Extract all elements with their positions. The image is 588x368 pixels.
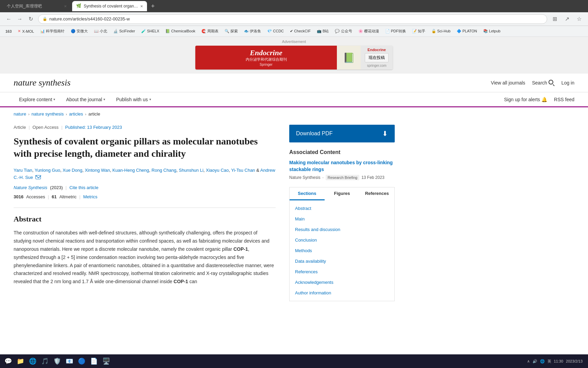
nav-publish[interactable]: Publish with us ▾ bbox=[111, 92, 156, 107]
journal-link[interactable]: Nature Synthesis bbox=[14, 185, 47, 190]
author-xiaoyu-cao[interactable]: Xiaoyu Cao bbox=[206, 168, 229, 173]
bookmark-163[interactable]: 163 bbox=[3, 29, 14, 34]
ad-springer-logo: Springer bbox=[201, 63, 331, 66]
bookmark-chembook[interactable]: 📗 ChemicalBook bbox=[163, 28, 198, 34]
reload-button[interactable]: ↻ bbox=[26, 14, 35, 24]
section-author-info[interactable]: Author information bbox=[290, 288, 394, 298]
ad-red-section: Endocrine 内分泌学和代谢综合期刊 Springer bbox=[195, 46, 337, 70]
login-link[interactable]: Log in bbox=[561, 80, 574, 86]
new-tab-button[interactable]: + bbox=[148, 3, 158, 10]
author-rong-chang[interactable]: Rong Chang bbox=[151, 168, 176, 173]
nature-logo[interactable]: nature synthesis bbox=[14, 78, 70, 88]
advertisement: Advertisement Endocrine 内分泌学和代谢综合期刊 Spri… bbox=[0, 37, 588, 74]
associated-article-link[interactable]: Making molecular nanotubes by cross-link… bbox=[289, 159, 395, 173]
breadcrumb-sep-2: › bbox=[66, 112, 67, 116]
nav-about-journal[interactable]: About the journal ▾ bbox=[61, 92, 111, 107]
top-nav: Explore content ▾ About the journal ▾ Pu… bbox=[0, 92, 588, 107]
section-main[interactable]: Main bbox=[290, 214, 394, 224]
section-references[interactable]: References bbox=[290, 266, 394, 277]
sections-panel: Sections Figures References Abstract Mai… bbox=[289, 187, 395, 301]
bookmark-xiaobei[interactable]: 📖 小北 bbox=[91, 28, 110, 34]
bell-icon: 🔔 bbox=[541, 97, 547, 102]
publish-arrow: ▾ bbox=[149, 97, 151, 101]
sidebar: Download PDF ⬇ Associated Content Making… bbox=[289, 121, 395, 301]
tab-inactive[interactable]: 个人空间_库理理吧 ✕ bbox=[3, 1, 71, 11]
journal-info: Nature Synthesis (2023) | Cite this arti… bbox=[14, 185, 276, 190]
author-yunlong-guo[interactable]: Yunlong Guo bbox=[35, 168, 60, 173]
tab-active[interactable]: 🌿 Synthesis of covalent organic... ✕ bbox=[72, 1, 147, 11]
ad-book-section: 📗 bbox=[337, 46, 361, 70]
tab-active-close[interactable]: ✕ bbox=[140, 4, 143, 8]
bookmark-yiluoyu[interactable]: 🐟 伊洛鱼 bbox=[241, 28, 264, 34]
author-shunshun-li[interactable]: Shunshun Li bbox=[179, 168, 203, 173]
bookmark-anwei[interactable]: 🔵 安微大 bbox=[68, 28, 91, 34]
tab-figures[interactable]: Figures bbox=[325, 187, 360, 200]
signup-alerts-link[interactable]: Sign up for alerts 🔔 bbox=[504, 97, 547, 102]
bookmark-shelx[interactable]: 🧪 SHELX bbox=[138, 28, 162, 34]
separator: · bbox=[322, 175, 323, 180]
metrics-link[interactable]: Metrics bbox=[83, 194, 97, 199]
cite-this-article-link[interactable]: Cite this article bbox=[69, 185, 98, 190]
section-data-availability[interactable]: Data availability bbox=[290, 256, 394, 266]
breadcrumb-articles[interactable]: articles bbox=[69, 111, 83, 117]
tab-references[interactable]: References bbox=[359, 187, 394, 200]
forward-button[interactable]: → bbox=[15, 14, 24, 24]
article-meta: Article | Open Access | Published: 13 Fe… bbox=[14, 121, 276, 130]
bookmark-xmol[interactable]: ✕ X-MOL bbox=[15, 28, 37, 34]
back-button[interactable]: ← bbox=[4, 14, 14, 24]
article-metrics: 3016 Accesses | 61 Altmetric | Metrics bbox=[14, 194, 276, 199]
bookmark-gongzhonghao[interactable]: 💬 公众号 bbox=[332, 28, 355, 34]
author-yaru-tian[interactable]: Yaru Tian bbox=[14, 168, 32, 173]
view-all-journals-link[interactable]: View all journals bbox=[491, 80, 525, 86]
nav-explore-content[interactable]: Explore content ▾ bbox=[14, 92, 61, 107]
tab-inactive-label: 个人空间_库理理吧 bbox=[7, 3, 42, 9]
translate-button[interactable]: ⊞ bbox=[550, 14, 559, 24]
author-xintong-wan[interactable]: Xintong Wan bbox=[85, 168, 110, 173]
associated-journal: Nature Synthesis bbox=[289, 175, 320, 180]
bookmark-platon[interactable]: 🔷 PLATON bbox=[454, 28, 480, 34]
bookmark-bilibili[interactable]: 📺 B站 bbox=[314, 28, 331, 34]
breadcrumb: nature › nature synthesis › articles › a… bbox=[0, 107, 588, 121]
author-kuan-heng-cheng[interactable]: Kuan-Heng Cheng bbox=[112, 168, 149, 173]
bookmark-scihub[interactable]: 🔓 Sci-Hub bbox=[429, 28, 453, 34]
bookmark-zhihu[interactable]: 📝 知乎 bbox=[409, 28, 428, 34]
share-button[interactable]: ↗ bbox=[562, 14, 572, 24]
top-nav-right: Sign up for alerts 🔔 RSS feed bbox=[504, 97, 574, 102]
cop1-term: COP-1 bbox=[233, 246, 248, 252]
search-button[interactable]: Search bbox=[532, 80, 554, 86]
open-access-label: Open Access bbox=[33, 125, 59, 130]
section-results[interactable]: Results and discussion bbox=[290, 224, 394, 235]
download-pdf-button[interactable]: Download PDF ⬇ bbox=[289, 125, 395, 142]
bookmark-explore[interactable]: 🔍 探索 bbox=[222, 28, 241, 34]
nav-buttons: ← → ↻ bbox=[4, 14, 35, 24]
altmetric-label: Altmetric bbox=[59, 194, 77, 199]
bookmark-button[interactable]: ☆ bbox=[574, 14, 584, 24]
bookmark-scimap[interactable]: 📊 科学指南针 bbox=[37, 28, 67, 34]
associated-article-meta: Nature Synthesis · Research Briefing 13 … bbox=[289, 175, 395, 180]
rss-link[interactable]: RSS feed bbox=[554, 97, 574, 102]
bookmark-periodic[interactable]: 🧲 周期表 bbox=[199, 28, 221, 34]
section-acknowledgements[interactable]: Acknowledgements bbox=[290, 277, 394, 288]
bookmark-pdfconvert[interactable]: 📄 PDF转换 bbox=[382, 28, 409, 34]
breadcrumb-nature-synthesis[interactable]: nature synthesis bbox=[32, 111, 64, 117]
ad-box[interactable]: Endocrine 内分泌学和代谢综合期刊 Springer 📗 Endocri… bbox=[195, 46, 393, 70]
section-methods[interactable]: Methods bbox=[290, 245, 394, 256]
tab-inactive-close[interactable]: ✕ bbox=[64, 4, 67, 8]
author-xue-dong[interactable]: Xue Dong bbox=[63, 168, 82, 173]
tab-bar: 个人空间_库理理吧 ✕ 🌿 Synthesis of covalent orga… bbox=[0, 0, 588, 12]
ad-label: Advertisement bbox=[0, 40, 588, 44]
bookmark-ccdc[interactable]: 💎 CCDC bbox=[264, 28, 287, 34]
bookmark-scifinder[interactable]: 🔬 SciFinder bbox=[111, 28, 138, 34]
ad-cta-button[interactable]: 现在投稿 bbox=[365, 53, 389, 62]
author-yi-tsu-chan[interactable]: Yi-Tsu Chan bbox=[231, 168, 255, 173]
published-date[interactable]: Published: 13 February 2023 bbox=[65, 125, 122, 130]
breadcrumb-nature[interactable]: nature bbox=[14, 111, 26, 117]
abstract-section: Abstract The construction of nanotubes w… bbox=[14, 208, 276, 286]
tab-sections[interactable]: Sections bbox=[290, 187, 325, 200]
bookmark-checkcif[interactable]: ✔ CheckCIF bbox=[287, 28, 313, 34]
section-conclusion[interactable]: Conclusion bbox=[290, 235, 394, 245]
address-bar[interactable]: 🔒 nature.com/articles/s44160-022-00235-w bbox=[38, 14, 547, 24]
bookmark-sakura[interactable]: 🌸 樱花动漫 bbox=[356, 28, 382, 34]
section-abstract[interactable]: Abstract bbox=[290, 203, 394, 214]
bookmark-letpub[interactable]: 📚 Letpub bbox=[480, 28, 503, 34]
